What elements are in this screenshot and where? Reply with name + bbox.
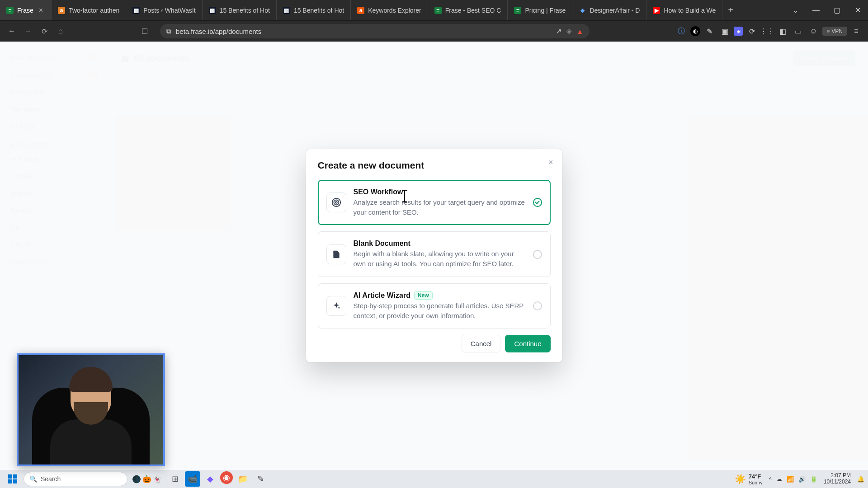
tab[interactable]: aKeywords Explorer [351, 0, 428, 20]
address-bar[interactable]: ⧉ beta.frase.io/app/documents ↗ ◈ ▲ [160, 24, 590, 38]
tab-icon: ▦ [132, 7, 140, 14]
tab-title: Posts ‹ WhatWasIt [143, 7, 195, 14]
minimize-icon[interactable]: — [806, 0, 826, 20]
ext-icon[interactable]: ⟳ [745, 25, 758, 38]
tab[interactable]: =Pricing | Frase [508, 0, 572, 20]
wifi-icon[interactable]: 📶 [787, 476, 794, 483]
tab-dropdown-icon[interactable]: ⌄ [785, 0, 806, 20]
webcam-overlay [17, 353, 165, 466]
home-icon[interactable]: ⌂ [54, 25, 67, 38]
text-cursor-icon [404, 190, 405, 202]
tab-icon: a [357, 7, 364, 14]
windows-taskbar: 🔍 Search 🌑🎃👻 ⊞ 📹 ◆ ◉ 📁 ✎ ☀️ 74°F Sunny ^… [0, 470, 868, 488]
extensions-icon[interactable]: ⋮⋮ [761, 25, 774, 38]
tab[interactable]: aTwo-factor authen [52, 0, 126, 20]
sparkle-icon [326, 296, 346, 316]
new-badge: New [414, 291, 433, 300]
site-info-icon[interactable]: ⧉ [166, 27, 171, 35]
tab-icon: = [434, 7, 442, 14]
tab[interactable]: ◆DesignerAffair - D [572, 0, 646, 20]
wallet-icon[interactable]: ▭ [792, 25, 804, 38]
tab-icon: = [514, 7, 521, 14]
option-ai-wizard[interactable]: AI Article WizardNew Step-by-step proces… [318, 283, 551, 329]
reload-icon[interactable]: ⟳ [38, 25, 51, 38]
weather-cond: Sunny [749, 480, 763, 485]
battery-icon[interactable]: 🔋 [810, 476, 817, 483]
continue-button[interactable]: Continue [505, 335, 550, 352]
tab-title: DesignerAffair - D [590, 7, 640, 14]
taskbar-search[interactable]: 🔍 Search [24, 472, 127, 486]
task-icon[interactable]: ◉ [220, 471, 233, 484]
task-icon[interactable]: ◆ [203, 471, 218, 487]
close-icon[interactable]: × [548, 157, 553, 167]
notifications-icon[interactable]: 🔔 [857, 476, 864, 483]
tab-title: Frase [17, 7, 33, 14]
system-tray[interactable]: ^ ☁ 📶 🔊 🔋 [769, 476, 817, 483]
onedrive-icon[interactable]: ☁ [776, 476, 782, 483]
search-placeholder: Search [41, 475, 61, 483]
ext-icon[interactable]: ✎ [703, 25, 716, 38]
chevron-up-icon[interactable]: ^ [769, 476, 772, 483]
search-icon: 🔍 [29, 475, 37, 483]
task-icon[interactable]: ⊞ [167, 471, 183, 487]
brave-icon[interactable]: ▲ [576, 28, 583, 35]
option-title: SEO Workflow [354, 188, 526, 196]
option-title: Blank Document [354, 239, 526, 248]
create-document-modal: Create a new document × SEO Workflow Ana… [306, 149, 562, 363]
svg-point-2 [335, 202, 337, 203]
weather-temp: 74°F [749, 473, 763, 480]
tab-icon: ◆ [579, 7, 586, 14]
profile-icon[interactable]: ☺ [807, 25, 820, 38]
radio-selected-icon [533, 198, 542, 207]
tab-icon: ▶ [653, 7, 660, 14]
tab[interactable]: =Frase - Best SEO C [428, 0, 508, 20]
sidepanel-icon[interactable]: ◧ [776, 25, 789, 38]
tab-frase[interactable]: = Frase × [0, 0, 52, 20]
ext-icon[interactable]: ▣ [718, 25, 731, 38]
option-desc: Analyze search results for your target q… [354, 197, 526, 217]
forward-icon[interactable]: → [22, 25, 34, 38]
back-icon[interactable]: ← [5, 25, 18, 38]
close-icon[interactable]: × [37, 6, 45, 14]
share-icon[interactable]: ↗ [556, 27, 562, 35]
task-icon[interactable]: 📹 [185, 471, 200, 487]
sun-icon: ☀️ [735, 474, 746, 484]
tab-title: 15 Benefits of Hot [220, 7, 270, 14]
new-tab-button[interactable]: + [722, 0, 739, 20]
vpn-button[interactable]: VPN [822, 27, 847, 36]
shield-icon[interactable]: ◈ [566, 27, 572, 35]
tab-title: 15 Benefits of Hot [294, 7, 344, 14]
task-icon[interactable]: ✎ [253, 471, 268, 487]
close-window-icon[interactable]: ✕ [847, 0, 868, 20]
maximize-icon[interactable]: ▢ [826, 0, 847, 20]
option-desc: Begin with a blank slate, allowing you t… [354, 249, 526, 269]
option-blank-document[interactable]: Blank Document Begin with a blank slate,… [318, 231, 551, 277]
ext-icon[interactable]: ⊞ [734, 27, 743, 36]
modal-title: Create a new document [318, 160, 551, 171]
radio-icon [533, 301, 542, 310]
ext-icon[interactable]: ⓘ [675, 25, 688, 38]
tab[interactable]: ▦15 Benefits of Hot [277, 0, 351, 20]
option-title: AI Article WizardNew [354, 291, 526, 300]
bookmark-icon[interactable]: ☐ [138, 25, 151, 38]
start-button[interactable] [4, 472, 22, 486]
volume-icon[interactable]: 🔊 [798, 476, 806, 483]
search-tray-icons: 🌑🎃👻 [132, 475, 162, 483]
tab-title: Frase - Best SEO C [445, 7, 501, 14]
tab[interactable]: ▦Posts ‹ WhatWasIt [126, 0, 202, 20]
radio-icon [533, 250, 542, 259]
svg-point-1 [334, 200, 339, 205]
tab-title: Two-factor authen [69, 7, 119, 14]
tab[interactable]: ▦15 Benefits of Hot [203, 0, 277, 20]
tab[interactable]: ▶How to Build a We [646, 0, 722, 20]
taskbar-clock[interactable]: 2:07 PM 10/11/2024 [824, 473, 851, 485]
option-seo-workflow[interactable]: SEO Workflow Analyze search results for … [318, 180, 551, 225]
weather-widget[interactable]: ☀️ 74°F Sunny [735, 473, 763, 485]
option-desc: Step-by-step process to generate full ar… [354, 301, 526, 321]
cancel-button[interactable]: Cancel [462, 335, 501, 352]
ext-icon[interactable]: ◐ [690, 26, 700, 36]
tab-title: Pricing | Frase [525, 7, 566, 14]
target-icon [326, 192, 346, 212]
menu-icon[interactable]: ≡ [850, 25, 863, 38]
task-icon[interactable]: 📁 [235, 471, 250, 487]
